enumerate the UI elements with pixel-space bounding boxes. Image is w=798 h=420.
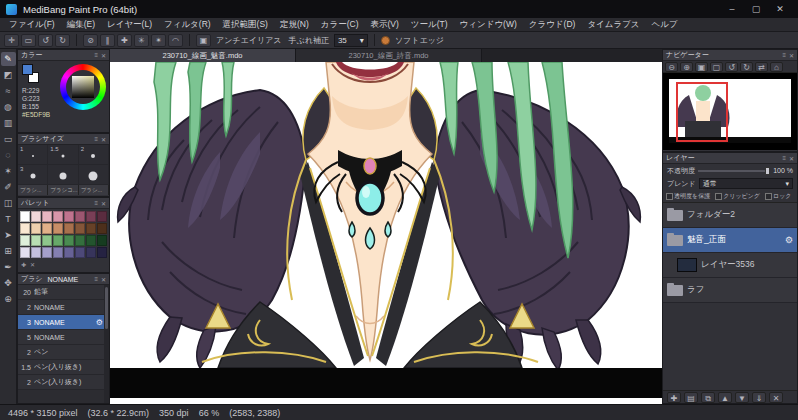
menu-item[interactable]: ヘルプ	[646, 19, 684, 31]
transform-icon[interactable]: ✛	[4, 34, 19, 47]
saturation-square[interactable]	[72, 76, 94, 98]
panel-tab[interactable]: ブラシ...	[79, 185, 109, 195]
layer-row[interactable]: ラフ	[663, 278, 797, 303]
menu-item[interactable]: 選択範囲(S)	[217, 19, 274, 31]
minimize-button[interactable]: –	[720, 0, 744, 18]
navigator-thumbnail[interactable]	[663, 73, 797, 150]
palette-swatch[interactable]	[86, 247, 96, 258]
redo-icon[interactable]: ↻	[55, 34, 70, 47]
menu-item[interactable]: ファイル(F)	[3, 19, 61, 31]
add-layer-icon[interactable]: ✚	[667, 392, 681, 403]
canvas-viewport[interactable]	[110, 62, 662, 404]
palette-swatch[interactable]	[20, 223, 30, 234]
brush-size-cell[interactable]: 2	[79, 145, 109, 165]
reset-view-icon[interactable]: ⌂	[770, 62, 783, 72]
bucket-tool-icon[interactable]: ◍	[1, 100, 16, 114]
palette-swatch[interactable]	[86, 211, 96, 222]
palette-swatch[interactable]	[64, 211, 74, 222]
layer-settings-icon[interactable]: ⚙	[785, 235, 793, 245]
palette-swatch[interactable]	[64, 247, 74, 258]
eyedropper-tool-icon[interactable]: ✒	[1, 260, 16, 274]
select-tool-icon[interactable]: ▭	[1, 132, 16, 146]
hand-tool-icon[interactable]: ✥	[1, 276, 16, 290]
smudge-tool-icon[interactable]: ≈	[1, 84, 16, 98]
snap-radial-icon[interactable]: ✴	[151, 34, 166, 47]
lock-checkbox[interactable]: ロック	[765, 192, 791, 201]
palette-swatch[interactable]	[20, 211, 30, 222]
panel-close-icon[interactable]: ✕	[789, 52, 794, 59]
move-down-icon[interactable]: ▼	[735, 392, 749, 403]
palette-swatch[interactable]	[42, 235, 52, 246]
palette-swatch[interactable]	[53, 247, 63, 258]
color-wheel[interactable]	[60, 64, 106, 110]
flip-horizontal-icon[interactable]: ⇄	[755, 62, 768, 72]
menu-item[interactable]: カラー(C)	[315, 19, 365, 31]
palette-swatch[interactable]	[31, 211, 41, 222]
scrollbar-thumb[interactable]	[105, 287, 108, 329]
brush-row[interactable]: 2NONAME	[18, 300, 109, 315]
color-panel-title[interactable]: カラー ≡✕	[18, 50, 109, 61]
panel-menu-icon[interactable]: ≡	[94, 200, 98, 207]
snap-vanishing-icon[interactable]: ✳	[134, 34, 149, 47]
operation-tool-icon[interactable]: ➤	[1, 228, 16, 242]
brush-size-cell[interactable]: 3	[18, 165, 48, 185]
snap-ellipse-icon[interactable]: ◠	[168, 34, 183, 47]
palette-swatch[interactable]	[97, 247, 107, 258]
menu-item[interactable]: 表示(V)	[364, 19, 404, 31]
palette-swatch[interactable]	[64, 235, 74, 246]
zoom-tool-icon[interactable]: ⊕	[1, 292, 16, 306]
slider-handle[interactable]	[765, 167, 770, 175]
gradient-tool-icon[interactable]: ▥	[1, 116, 16, 130]
brush-size-panel-title[interactable]: ブラシサイズ ≡✕	[18, 134, 109, 145]
select-eraser-tool-icon[interactable]: ◫	[1, 196, 16, 210]
palette-panel-title[interactable]: パレット ≡✕	[18, 198, 109, 209]
antialias-icon[interactable]: ▣	[196, 34, 211, 47]
palette-swatch[interactable]	[75, 235, 85, 246]
palette-swatch[interactable]	[42, 211, 52, 222]
menu-item[interactable]: 編集(E)	[61, 19, 101, 31]
zoom-in-icon[interactable]: ⊕	[680, 62, 693, 72]
move-up-icon[interactable]: ▲	[718, 392, 732, 403]
palette-swatch[interactable]	[75, 247, 85, 258]
brush-row[interactable]: 5NONAME	[18, 330, 109, 345]
document-tab-shion[interactable]: 230710_線画_詩音.mdo	[296, 49, 482, 62]
palette-swatch[interactable]	[20, 235, 30, 246]
panel-menu-icon[interactable]: ≡	[94, 52, 98, 59]
panel-menu-icon[interactable]: ≡	[782, 155, 786, 162]
brush-settings-icon[interactable]: ⚙	[96, 318, 103, 327]
add-color-icon[interactable]: ✚	[21, 261, 26, 268]
brush-row[interactable]: 3NONAME⚙	[18, 315, 109, 330]
fit-window-icon[interactable]: ▢	[710, 62, 723, 72]
brush-size-cell[interactable]	[79, 165, 109, 185]
panel-close-icon[interactable]: ✕	[789, 155, 794, 162]
palette-swatch[interactable]	[42, 247, 52, 258]
menu-item[interactable]: タイムラプス	[581, 19, 645, 31]
palette-swatch[interactable]	[53, 211, 63, 222]
menu-item[interactable]: ツール(T)	[405, 19, 454, 31]
stabilizer-select[interactable]: 35 ▾	[334, 34, 368, 47]
palette-swatch[interactable]	[86, 235, 96, 246]
eraser-tool-icon[interactable]: ◩	[1, 68, 16, 82]
brush-size-cell[interactable]: 1.5	[48, 145, 78, 165]
panel-menu-icon[interactable]: ≡	[782, 52, 786, 59]
menu-item[interactable]: ウィンドウ(W)	[454, 19, 523, 31]
palette-swatch[interactable]	[31, 247, 41, 258]
menu-item[interactable]: 定規(N)	[274, 19, 315, 31]
panel-close-icon[interactable]: ✕	[101, 52, 106, 59]
primary-color-swatch[interactable]	[22, 64, 33, 75]
menu-item[interactable]: フィルタ(R)	[158, 19, 217, 31]
magic-wand-tool-icon[interactable]: ✶	[1, 164, 16, 178]
select-rect-icon[interactable]: ▭	[21, 34, 36, 47]
panel-menu-icon[interactable]: ≡	[94, 136, 98, 143]
brush-list-scrollbar[interactable]	[104, 285, 109, 403]
palette-swatch[interactable]	[86, 223, 96, 234]
layer-row[interactable]: レイヤー3536	[663, 253, 797, 278]
divide-tool-icon[interactable]: ⊞	[1, 244, 16, 258]
palette-swatch[interactable]	[31, 235, 41, 246]
palette-swatch[interactable]	[53, 235, 63, 246]
undo-icon[interactable]: ↺	[38, 34, 53, 47]
blend-select[interactable]: 通常 ▾	[699, 178, 793, 189]
brush-row[interactable]: 2ペン	[18, 345, 109, 360]
layer-row[interactable]: フォルダー2	[663, 203, 797, 228]
canvas-artwork[interactable]	[110, 62, 662, 404]
